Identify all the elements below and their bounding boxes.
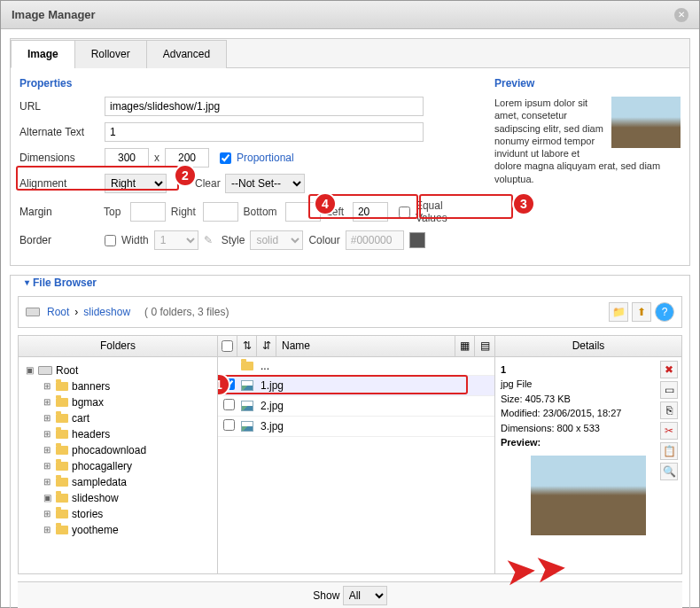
annotation-badge-2: 2 (174, 164, 197, 187)
alignment-select[interactable]: Right (105, 174, 167, 193)
clear-label: Clear (195, 177, 220, 190)
drive-icon (26, 308, 40, 316)
clear-select[interactable]: --Not Set-- (225, 174, 305, 193)
file-list: ...1.jpg2.jpg3.jpg (218, 357, 494, 437)
tree-item-yootheme[interactable]: ⊞yootheme (42, 522, 212, 538)
tree-item-headers[interactable]: ⊞headers (42, 426, 212, 442)
sort-ext-icon[interactable]: ⇵ (257, 336, 276, 356)
url-label: URL (19, 100, 99, 113)
folder-status: ( 0 folders, 3 files) (144, 306, 229, 318)
margin-left-input[interactable] (353, 202, 388, 222)
dim-x: x (154, 152, 159, 164)
paste-icon[interactable]: 📋 (660, 442, 678, 460)
preview-heading: Preview (494, 77, 681, 90)
new-folder-icon[interactable]: 📁 (609, 302, 628, 322)
dimensions-label: Dimensions (19, 152, 99, 164)
annotation-badge-4: 4 (314, 192, 337, 215)
alt-input[interactable] (105, 122, 424, 142)
details-body: 1 jpg File Size: 405.73 KB Modified: 23/… (495, 357, 681, 546)
file-checkbox[interactable] (223, 399, 235, 410)
margin-bottom-label: Bottom (244, 206, 281, 218)
properties-panel: Image Rollover Advanced Properties URL A… (10, 38, 690, 266)
border-label: Border (19, 234, 99, 246)
margin-right-input[interactable] (203, 202, 238, 222)
rename-icon[interactable]: ▭ (660, 381, 678, 399)
window-title: Image Manager (12, 8, 96, 21)
border-style-select[interactable]: solid (250, 230, 303, 250)
breadcrumb-root[interactable]: Root (47, 306, 69, 318)
image-file-icon (241, 421, 253, 432)
tab-image[interactable]: Image (11, 40, 75, 68)
properties-heading: Properties (19, 77, 477, 90)
view-grid-icon[interactable]: ▤ (475, 336, 494, 356)
show-select[interactable]: All (343, 586, 387, 605)
fb-toolbar: Root › slideshow ( 0 folders, 3 files) 📁… (18, 296, 682, 328)
view-list-icon[interactable]: ▦ (455, 336, 475, 356)
details-column: Details 1 jpg File Size: 405.73 KB Modif… (495, 336, 681, 573)
margin-top-label: Top (104, 206, 125, 218)
titlebar: Image Manager ✕ (1, 1, 699, 29)
tree-item-stories[interactable]: ⊞stories (42, 506, 212, 522)
file-row[interactable]: 2.jpg (218, 396, 494, 417)
tree-item-sampledata[interactable]: ⊞sampledata (42, 474, 212, 490)
folders-column: Folders ▣ Root ⊞banners⊞bgmax⊞cart⊞heade… (19, 336, 218, 573)
tab-advanced[interactable]: Advanced (146, 40, 227, 68)
border-width-select[interactable]: 1 (154, 230, 198, 250)
preview-thumbnail (611, 97, 681, 148)
border-color-input[interactable] (346, 230, 404, 250)
copy-icon[interactable]: ⎘ (660, 401, 678, 419)
border-color-label: Colour (308, 234, 339, 246)
tree-item-phocadownload[interactable]: ⊞phocadownload (42, 442, 212, 458)
tabs: Image Rollover Advanced (11, 39, 689, 68)
width-input[interactable] (105, 148, 149, 168)
upload-icon[interactable]: ⬆ (632, 302, 651, 322)
tree-item-banners[interactable]: ⊞banners (42, 378, 212, 394)
file-browser-heading: File Browser (18, 277, 104, 289)
image-file-icon (241, 380, 253, 391)
margin-right-label: Right (171, 206, 198, 218)
proportional-label: Proportional (237, 152, 294, 164)
files-column: ⇅ ⇵ Name ▦ ▤ ...1.jpg2.jpg3.jpg 1 (218, 336, 495, 573)
margin-top-input[interactable] (130, 202, 166, 222)
file-row-parent[interactable]: ... (218, 357, 494, 376)
margin-label: Margin (19, 206, 98, 218)
folders-header: Folders (19, 336, 217, 357)
select-all-checkbox[interactable] (222, 340, 233, 352)
tree-item-phocagallery[interactable]: ⊞phocagallery (42, 458, 212, 474)
panel-body: Properties URL Alternate Text Dimensions… (11, 68, 689, 265)
tree-item-cart[interactable]: ⊞cart (42, 410, 212, 426)
file-row[interactable]: 3.jpg (218, 417, 494, 437)
sort-icon[interactable]: ⇅ (237, 336, 257, 356)
content: Image Rollover Advanced Properties URL A… (1, 29, 699, 608)
folder-tree: ▣ Root ⊞banners⊞bgmax⊞cart⊞headers⊞phoca… (19, 357, 217, 543)
preview-column: Preview Lorem ipsum dolor sit amet, cons… (494, 77, 681, 256)
show-bar: Show All (18, 581, 682, 609)
url-input[interactable] (105, 97, 424, 116)
border-enable-checkbox[interactable] (105, 235, 116, 246)
tree-item-slideshow[interactable]: ▣slideshow (42, 490, 212, 506)
tree-root[interactable]: ▣ Root (24, 362, 212, 378)
view-icon[interactable]: 🔍 (660, 463, 678, 480)
breadcrumb-current[interactable]: slideshow (83, 306, 130, 318)
close-icon[interactable]: ✕ (674, 8, 688, 22)
file-checkbox[interactable] (223, 419, 235, 431)
tab-rollover[interactable]: Rollover (74, 40, 147, 68)
details-header: Details (495, 336, 681, 357)
image-manager-dialog: Image Manager ✕ Image Rollover Advanced … (0, 0, 700, 608)
tree-item-bgmax[interactable]: ⊞bgmax (42, 394, 212, 410)
form-column: Properties URL Alternate Text Dimensions… (19, 77, 477, 256)
alignment-label: Alignment (19, 177, 99, 190)
edit-icon: ✎ (204, 234, 216, 246)
cut-icon[interactable]: ✂ (660, 422, 678, 440)
equal-values-checkbox[interactable] (399, 207, 410, 218)
file-row[interactable]: 1.jpg (218, 376, 494, 396)
proportional-checkbox[interactable] (220, 152, 231, 164)
file-browser: File Browser Root › slideshow ( 0 folder… (10, 275, 690, 608)
color-swatch[interactable] (409, 232, 425, 248)
alt-label: Alternate Text (19, 126, 99, 138)
image-file-icon (241, 401, 253, 411)
help-icon[interactable]: ? (655, 302, 674, 322)
border-style-label: Style (222, 234, 245, 246)
name-header[interactable]: Name (276, 336, 455, 356)
delete-icon[interactable]: ✖ (660, 361, 678, 378)
